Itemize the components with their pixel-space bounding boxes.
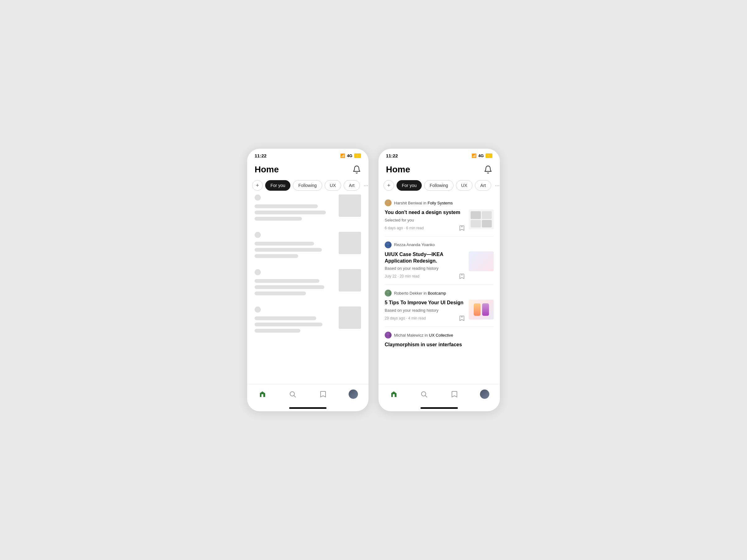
skeleton-item-3 [255,269,361,298]
page-title-right: Home [386,165,410,175]
skeleton-thumb-1 [339,194,361,217]
article-item-1[interactable]: Harshit Beniwal in Folly Systems You don… [385,194,494,236]
skeleton-line-3c [255,292,306,295]
skeleton-line-3a [255,279,319,283]
tab-ux-right[interactable]: UX [456,180,472,191]
header-right: Home [379,161,500,178]
nav-profile-left[interactable] [346,388,361,400]
nav-search-left[interactable] [285,388,300,400]
header-left: Home [247,161,368,178]
skeleton-line-1a [255,205,318,208]
app-container: 11:22 📶 4G ⚡ Home + For you Following UX… [235,130,512,430]
article-title-2: UI/UX Case Study—IKEA Application Redesi… [385,251,465,264]
tab-following-left[interactable]: Following [293,180,322,191]
article-body-1: You don't need a design system Selected … [385,209,494,231]
bookmark-icon-2[interactable] [459,273,465,279]
add-tab-button-right[interactable]: + [383,180,394,191]
tab-ux-left[interactable]: UX [325,180,341,191]
nav-home-left[interactable] [255,388,270,400]
skeleton-item-4 [255,306,361,335]
article-footer-1: 6 days ago · 6 min read [385,225,465,231]
skeleton-thumb-3 [339,269,361,292]
article-author-3: Roberto Dekker in Bootcamp [394,291,446,296]
article-body-3: 5 Tips To Improve Your UI Design Based o… [385,300,494,321]
svg-point-11 [386,294,390,296]
add-tab-button-left[interactable]: + [252,180,263,191]
nav-bookmarks-right[interactable] [447,388,462,400]
status-icons-left: 📶 4G ⚡ [340,153,361,158]
skeleton-line-2a [255,242,314,245]
tips-card-2 [482,303,489,316]
svg-line-17 [426,396,427,398]
article-info-2: July 22 · 20 min read [385,274,419,278]
bookmark-icon-1[interactable] [459,225,465,231]
bottom-nav-left [247,384,368,405]
article-author-1: Harshit Beniwal in Folly Systems [394,201,453,205]
tab-art-right[interactable]: Art [475,180,491,191]
status-icons-right: 📶 4G ⚡ [471,153,492,158]
skeleton-line-2c [255,254,298,258]
avatar-img-1 [385,199,391,206]
article-text-2: UI/UX Case Study—IKEA Application Redesi… [385,251,465,280]
tabs-more-right[interactable]: ··· [494,182,500,189]
nav-search-right[interactable] [416,388,431,400]
notifications-icon-right[interactable] [484,165,492,174]
article-item-3[interactable]: Roberto Dekker in Bootcamp 5 Tips To Imp… [385,285,494,327]
nav-bookmarks-left[interactable] [316,388,331,400]
skeleton-avatar-4 [255,306,261,313]
bookmark-nav-icon-left [319,391,327,398]
tab-for-you-left[interactable]: For you [265,180,290,191]
skeleton-thumb-4 [339,306,361,329]
skeleton-avatar-3 [255,269,261,275]
page-title-left: Home [255,165,279,175]
skeleton-lines-2 [255,232,334,260]
article-meta-1: Harshit Beniwal in Folly Systems [385,199,494,206]
article-meta-2: Rezza Ananda Yoanko [385,241,494,248]
skeleton-lines-1 [255,194,334,223]
avatar-img-3 [385,290,391,296]
skeleton-line-4a [255,316,316,320]
svg-point-15 [386,336,390,339]
tips-card-1 [474,303,481,316]
nav-profile-right[interactable] [477,388,492,400]
skeleton-thumb-2 [339,232,361,254]
article-text-3: 5 Tips To Improve Your UI Design Based o… [385,300,465,321]
tab-art-left[interactable]: Art [344,180,360,191]
signal-icon-left: 📶 [340,153,345,158]
article-item-2[interactable]: Rezza Ananda Yoanko UI/UX Case Study—IKE… [385,236,494,285]
notifications-icon-left[interactable] [352,165,361,174]
bookmark-icon-3[interactable] [459,315,465,321]
skeleton-avatar-1 [255,194,261,201]
status-time-right: 11:22 [386,153,398,158]
author-avatar-2 [385,241,391,248]
article-title-3: 5 Tips To Improve Your UI Design [385,300,465,306]
article-author-4: Michal Malewicz in UX Collective [394,333,453,338]
article-footer-3: 29 days ago · 4 min read [385,315,465,321]
article-feed-right: Harshit Beniwal in Folly Systems You don… [379,194,500,384]
tab-for-you-right[interactable]: For you [396,180,422,191]
skeleton-line-4c [255,329,300,332]
svg-point-6 [387,243,389,245]
article-item-4[interactable]: Michal Malewicz in UX Collective Claymor… [385,327,494,355]
article-info-1: 6 days ago · 6 min read [385,226,423,230]
tabs-more-left[interactable]: ··· [362,182,368,189]
nav-home-right[interactable] [386,388,401,400]
search-icon-right [420,391,428,398]
article-thumb-2 [469,251,494,271]
svg-point-2 [387,201,389,204]
signal-icon-right: 📶 [471,153,476,158]
tab-following-right[interactable]: Following [424,180,453,191]
article-title-4: Claymorphism in user interfaces [385,342,494,348]
network-label-right: 4G [479,153,484,158]
svg-line-1 [294,396,296,398]
article-meta-3: Roberto Dekker in Bootcamp [385,290,494,296]
skeleton-line-4b [255,323,323,326]
bottom-nav-right [379,384,500,405]
article-subtitle-3: Based on your reading history [385,308,465,313]
network-label-left: 4G [347,153,352,158]
svg-point-7 [386,246,390,248]
search-icon-left [289,391,296,398]
thumb-design-sys [469,209,494,229]
avatar-img-4 [385,331,391,339]
avatar-img-2 [385,241,391,248]
